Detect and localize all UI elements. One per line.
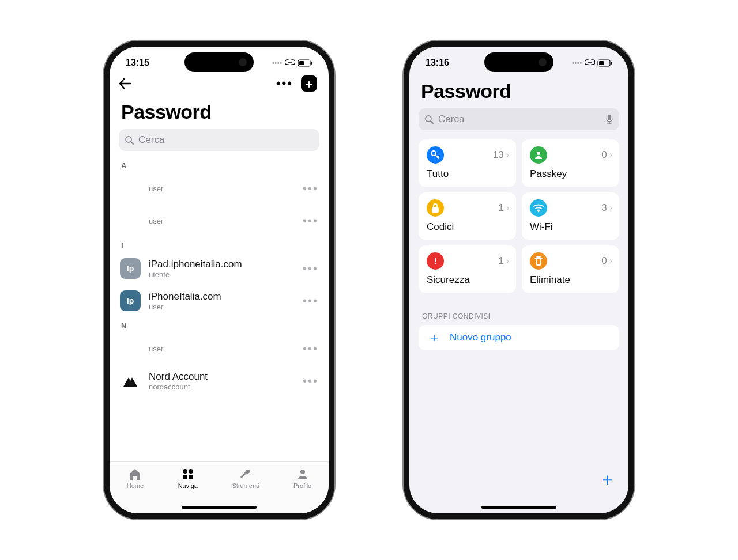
- card-eliminate[interactable]: 0›Eliminate: [522, 245, 619, 293]
- chevron-right-icon: ›: [609, 256, 612, 266]
- password-row[interactable]: user•••: [110, 172, 329, 205]
- back-button[interactable]: [119, 78, 131, 89]
- row-subtitle: user: [149, 184, 295, 193]
- svg-point-5: [183, 469, 187, 474]
- tab-label: Naviga: [178, 482, 198, 489]
- trash-icon: [530, 252, 547, 270]
- page-title: Password: [110, 92, 329, 129]
- new-group-button[interactable]: ＋ Nuovo gruppo: [419, 325, 619, 350]
- chevron-right-icon: ›: [506, 203, 509, 213]
- key-icon: [427, 146, 444, 164]
- section-header: I: [110, 237, 329, 252]
- card-codici[interactable]: 1›Codici: [419, 192, 516, 240]
- svg-point-6: [189, 469, 193, 474]
- card-label: Codici: [427, 221, 509, 233]
- row-more-icon[interactable]: •••: [303, 182, 318, 195]
- chevron-right-icon: ›: [609, 150, 612, 160]
- site-icon: [120, 178, 141, 199]
- card-count: 13: [493, 149, 504, 161]
- svg-rect-2: [311, 62, 312, 65]
- section-header: A: [110, 157, 329, 172]
- site-icon: Ip: [120, 258, 141, 279]
- nav-row: ••• ＋: [110, 71, 329, 92]
- profilo-icon: [296, 468, 309, 480]
- search-input[interactable]: Cerca: [419, 108, 619, 130]
- tab-naviga[interactable]: Naviga: [178, 468, 198, 489]
- naviga-icon: [182, 468, 194, 480]
- search-placeholder: Cerca: [138, 134, 164, 146]
- row-more-icon[interactable]: •••: [303, 374, 318, 388]
- row-more-icon[interactable]: •••: [303, 342, 318, 355]
- notch: [184, 52, 254, 72]
- search-placeholder: Cerca: [438, 113, 464, 125]
- tab-profilo[interactable]: Profilo: [293, 468, 311, 489]
- row-subtitle: user: [149, 302, 295, 311]
- status-right: ••••: [572, 59, 612, 67]
- svg-point-8: [189, 475, 193, 479]
- svg-point-22: [435, 263, 436, 264]
- password-row[interactable]: IpiPad.iphoneitalia.comutente•••: [110, 252, 329, 285]
- row-more-icon[interactable]: •••: [303, 262, 318, 275]
- link-icon: [585, 59, 595, 66]
- wifi-icon: [530, 199, 547, 217]
- card-wifi[interactable]: 3›Wi-Fi: [522, 192, 619, 240]
- status-right: ••••: [272, 59, 312, 67]
- row-subtitle: nordaccount: [149, 383, 295, 391]
- tab-label: Strumenti: [232, 482, 259, 489]
- tab-strumenti[interactable]: Strumenti: [232, 468, 259, 489]
- chevron-right-icon: ›: [506, 256, 509, 266]
- svg-rect-1: [299, 61, 304, 65]
- password-row[interactable]: Nord Accountnordaccount•••: [110, 365, 329, 397]
- row-more-icon[interactable]: •••: [303, 294, 318, 308]
- search-icon: [125, 135, 134, 145]
- battery-icon: [298, 59, 312, 67]
- svg-line-4: [131, 142, 133, 144]
- card-label: Eliminate: [530, 274, 612, 286]
- search-icon: [424, 115, 434, 124]
- groups-header: GRUPPI CONDIVISI: [409, 296, 628, 325]
- card-sicurezza[interactable]: 1›Sicurezza: [419, 245, 516, 293]
- password-row[interactable]: IpiPhoneItalia.comuser•••: [110, 285, 329, 317]
- svg-point-9: [300, 470, 305, 474]
- phone-left: 13:15 •••• ••• ＋ Password: [104, 41, 334, 519]
- svg-point-7: [183, 475, 187, 479]
- card-label: Wi-Fi: [530, 221, 612, 233]
- password-row[interactable]: user•••: [110, 205, 329, 237]
- row-title: iPad.iphoneitalia.com: [149, 259, 295, 270]
- password-list[interactable]: Auser•••user•••IIpiPad.iphoneitalia.comu…: [110, 157, 329, 513]
- card-count: 3: [601, 202, 607, 214]
- cellular-dots-icon: ••••: [272, 60, 283, 66]
- password-row[interactable]: user•••: [110, 332, 329, 365]
- tab-label: Home: [127, 482, 144, 489]
- status-time: 13:15: [126, 58, 149, 68]
- chevron-right-icon: ›: [609, 203, 612, 213]
- new-group-label: Nuovo gruppo: [450, 332, 511, 343]
- svg-rect-21: [435, 258, 436, 262]
- site-icon: Ip: [120, 290, 141, 311]
- person-icon: [530, 146, 547, 164]
- card-count: 1: [498, 202, 503, 214]
- add-fab[interactable]: ＋: [598, 468, 616, 491]
- search-input[interactable]: Cerca: [119, 129, 319, 151]
- screen-left: 13:15 •••• ••• ＋ Password: [110, 47, 329, 513]
- status-time: 13:16: [426, 58, 449, 68]
- mic-icon[interactable]: [605, 114, 613, 124]
- link-icon: [285, 59, 295, 66]
- card-tutto[interactable]: 13›Tutto: [419, 139, 516, 187]
- card-passkey[interactable]: 0›Passkey: [522, 139, 619, 187]
- svg-line-14: [431, 121, 433, 123]
- alert-icon: [427, 252, 444, 270]
- battery-icon: [597, 59, 612, 67]
- card-count: 1: [498, 255, 503, 267]
- site-icon: [120, 210, 141, 231]
- row-title: iPhoneItalia.com: [149, 291, 295, 302]
- card-count: 0: [601, 255, 607, 267]
- home-indicator: [481, 506, 556, 509]
- more-actions-button[interactable]: •••: [276, 76, 293, 91]
- svg-point-17: [537, 152, 540, 155]
- row-more-icon[interactable]: •••: [303, 214, 318, 228]
- svg-rect-12: [611, 62, 612, 65]
- home-indicator: [182, 506, 257, 509]
- add-button[interactable]: ＋: [301, 75, 317, 92]
- tab-home[interactable]: Home: [127, 468, 144, 489]
